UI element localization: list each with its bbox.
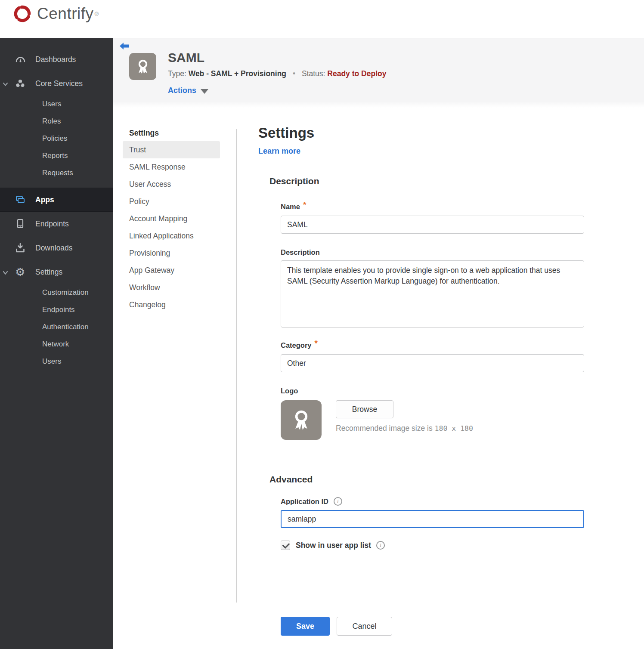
logo-label: Logo (281, 387, 584, 395)
centrify-swirl-icon (12, 3, 33, 24)
core-services-submenu: Users Roles Policies Reports Requests (0, 96, 113, 182)
form-title: Settings (258, 125, 584, 141)
settings-form: Settings Learn more Description Name * D… (258, 125, 584, 636)
brand-name: Centrify (37, 5, 93, 23)
advanced-section-heading: Advanced (269, 474, 584, 485)
sidebar-item-downloads[interactable]: Downloads (0, 236, 113, 260)
required-asterisk: * (303, 200, 306, 210)
description-field[interactable]: This template enables you to provide sin… (281, 260, 584, 328)
sidebar-item-settings-endpoints[interactable]: Endpoints (0, 301, 113, 318)
settings-submenu: Customization Endpoints Authentication N… (0, 284, 113, 370)
download-icon (15, 242, 26, 253)
apps-icon (15, 195, 26, 205)
mobile-device-icon (15, 218, 26, 229)
sidebar: Dashboards Core Services Users Roles Pol… (0, 38, 113, 649)
sidebar-item-policies[interactable]: Policies (0, 130, 113, 147)
sidebar-item-dashboards[interactable]: Dashboards (0, 47, 113, 71)
subnav-item-saml-response[interactable]: SAML Response (123, 158, 220, 176)
sidebar-item-settings[interactable]: ⚙ Settings (0, 260, 113, 284)
top-bar: Centrify ® (0, 0, 644, 38)
ribbon-icon (134, 58, 152, 76)
sidebar-item-label: Core Services (35, 79, 83, 88)
info-icon[interactable]: i (334, 497, 342, 506)
core-services-icon (15, 78, 26, 89)
sidebar-item-label: Settings (35, 268, 62, 277)
browse-button[interactable]: Browse (336, 400, 393, 418)
sidebar-item-settings-users[interactable]: Users (0, 353, 113, 370)
sidebar-item-label: Downloads (35, 244, 73, 253)
sidebar-item-network[interactable]: Network (0, 336, 113, 353)
subnav-item-linked-applications[interactable]: Linked Applications (123, 227, 220, 244)
cancel-button[interactable]: Cancel (337, 617, 392, 636)
sidebar-item-customization[interactable]: Customization (0, 284, 113, 301)
gear-icon: ⚙ (15, 266, 26, 278)
info-icon[interactable]: i (376, 541, 385, 550)
application-id-field[interactable] (281, 510, 584, 528)
logo-preview (281, 400, 322, 440)
subnav-item-workflow[interactable]: Workflow (123, 279, 220, 296)
sidebar-item-requests[interactable]: Requests (0, 164, 113, 182)
required-asterisk: * (315, 339, 318, 348)
sidebar-item-authentication[interactable]: Authentication (0, 318, 113, 336)
subnav-item-app-gateway[interactable]: App Gateway (123, 262, 220, 279)
sidebar-item-reports[interactable]: Reports (0, 147, 113, 164)
centrify-admin-screen: Centrify ® Dashboards (0, 0, 644, 649)
page-title: SAML (168, 50, 204, 65)
description-label: Description (281, 248, 584, 257)
recommended-size-value: 180 x 180 (435, 424, 473, 433)
actions-dropdown[interactable]: Actions (168, 86, 208, 95)
category-field[interactable] (281, 354, 584, 372)
status-badge: Ready to Deploy (327, 69, 386, 78)
save-button[interactable]: Save (281, 617, 330, 636)
app-meta: Type: Web - SAML + Provisioning • Status… (168, 69, 386, 78)
recommended-size-hint: Recommended image size is 180 x 180 (336, 424, 473, 433)
subnav-item-changelog[interactable]: Changelog (123, 296, 220, 313)
sidebar-item-label: Apps (35, 195, 54, 204)
sidebar-item-endpoints[interactable]: Endpoints (0, 212, 113, 236)
description-section-heading: Description (269, 176, 584, 186)
sidebar-item-core-services[interactable]: Core Services (0, 71, 113, 96)
subnav-item-policy[interactable]: Policy (123, 193, 220, 210)
chevron-down-icon (3, 81, 8, 89)
name-field[interactable] (281, 216, 584, 234)
subnav-item-trust[interactable]: Trust (123, 141, 220, 158)
sidebar-item-roles[interactable]: Roles (0, 113, 113, 130)
type-value: Web - SAML + Provisioning (189, 69, 286, 78)
show-in-user-app-list-checkbox[interactable] (281, 541, 290, 550)
centrify-logo: Centrify ® (12, 3, 99, 24)
back-arrow-icon[interactable] (119, 42, 130, 52)
app-header-band: SAML Type: Web - SAML + Provisioning • S… (113, 38, 644, 108)
vertical-divider (236, 129, 237, 603)
show-in-user-app-list-label: Show in user app list (296, 541, 371, 550)
meta-separator: • (293, 69, 295, 78)
sidebar-item-users[interactable]: Users (0, 96, 113, 113)
subnav-item-account-mapping[interactable]: Account Mapping (123, 210, 220, 227)
type-label: Type: (168, 69, 186, 78)
caret-down-icon (201, 89, 208, 94)
name-label: Name * (281, 202, 584, 211)
actions-label: Actions (168, 86, 196, 95)
brand-trademark: ® (94, 11, 99, 17)
gauge-icon (15, 54, 26, 65)
category-label: Category * (281, 340, 584, 350)
status-label: Status: (302, 69, 325, 78)
app-logo (129, 53, 156, 80)
sidebar-item-label: Endpoints (35, 219, 69, 229)
settings-subnav: Settings Trust SAML Response User Access… (123, 126, 220, 313)
application-id-label: Application ID i (281, 497, 584, 506)
chevron-down-icon (3, 269, 8, 277)
subnav-header: Settings (123, 126, 220, 141)
sidebar-item-label: Dashboards (35, 55, 76, 64)
ribbon-icon (289, 408, 314, 433)
subnav-item-user-access[interactable]: User Access (123, 176, 220, 193)
sidebar-item-apps[interactable]: Apps (0, 188, 113, 212)
learn-more-link[interactable]: Learn more (258, 147, 300, 156)
subnav-item-provisioning[interactable]: Provisioning (123, 244, 220, 262)
